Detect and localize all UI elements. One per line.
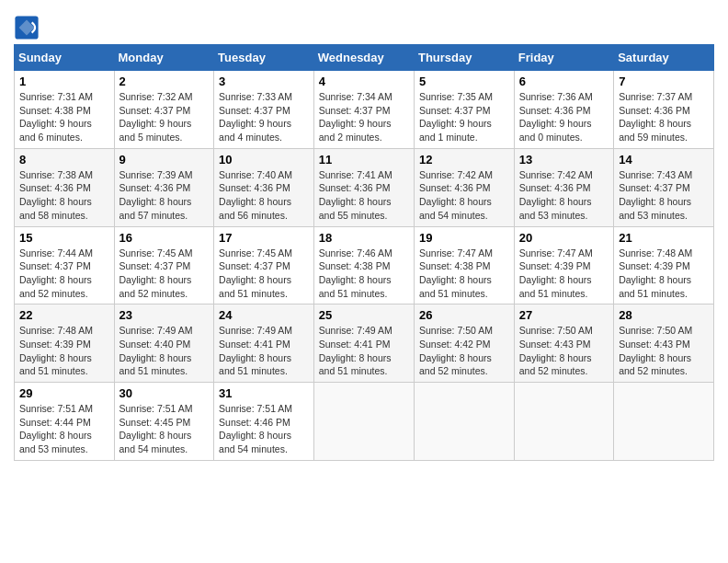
day-number: 11	[319, 153, 409, 167]
day-cell: 16 Sunrise: 7:45 AMSunset: 4:37 PMDaylig…	[114, 226, 214, 304]
day-number: 6	[519, 75, 609, 88]
day-cell: 20 Sunrise: 7:47 AMSunset: 4:39 PMDaylig…	[514, 226, 613, 304]
day-cell: 5 Sunrise: 7:35 AMSunset: 4:37 PMDayligh…	[414, 71, 514, 149]
day-info: Sunrise: 7:42 AMSunset: 4:36 PMDaylight:…	[419, 169, 493, 221]
day-number: 20	[519, 231, 609, 245]
day-cell: 9 Sunrise: 7:39 AMSunset: 4:36 PMDayligh…	[114, 148, 214, 226]
day-number: 14	[619, 153, 709, 167]
day-info: Sunrise: 7:41 AMSunset: 4:36 PMDaylight:…	[319, 169, 392, 221]
week-row-4: 22 Sunrise: 7:48 AMSunset: 4:39 PMDaylig…	[15, 304, 714, 383]
day-cell: 4 Sunrise: 7:34 AMSunset: 4:37 PMDayligh…	[313, 71, 414, 149]
week-row-2: 8 Sunrise: 7:38 AMSunset: 4:36 PMDayligh…	[15, 148, 714, 226]
day-number: 4	[319, 75, 409, 88]
day-cell: 30 Sunrise: 7:51 AMSunset: 4:45 PMDaylig…	[114, 383, 214, 461]
day-number: 16	[119, 231, 210, 245]
day-number: 18	[319, 231, 409, 245]
day-info: Sunrise: 7:51 AMSunset: 4:46 PMDaylight:…	[219, 403, 292, 454]
day-number: 24	[219, 308, 309, 322]
day-cell: 3 Sunrise: 7:33 AMSunset: 4:37 PMDayligh…	[214, 71, 314, 149]
day-cell: 17 Sunrise: 7:45 AMSunset: 4:37 PMDaylig…	[214, 226, 314, 304]
day-cell: 22 Sunrise: 7:48 AMSunset: 4:39 PMDaylig…	[15, 304, 115, 383]
day-info: Sunrise: 7:50 AMSunset: 4:43 PMDaylight:…	[519, 325, 593, 376]
day-info: Sunrise: 7:45 AMSunset: 4:37 PMDaylight:…	[119, 247, 193, 299]
day-info: Sunrise: 7:40 AMSunset: 4:36 PMDaylight:…	[219, 169, 292, 221]
day-number: 23	[119, 308, 210, 322]
day-info: Sunrise: 7:47 AMSunset: 4:38 PMDaylight:…	[419, 247, 493, 299]
day-cell: 29 Sunrise: 7:51 AMSunset: 4:44 PMDaylig…	[15, 383, 115, 461]
day-info: Sunrise: 7:33 AMSunset: 4:37 PMDaylight:…	[219, 91, 292, 143]
day-cell	[414, 383, 514, 461]
day-cell: 25 Sunrise: 7:49 AMSunset: 4:41 PMDaylig…	[313, 304, 414, 383]
day-info: Sunrise: 7:51 AMSunset: 4:45 PMDaylight:…	[119, 403, 193, 454]
day-number: 30	[119, 386, 210, 400]
day-cell: 21 Sunrise: 7:48 AMSunset: 4:39 PMDaylig…	[614, 226, 714, 304]
day-info: Sunrise: 7:51 AMSunset: 4:44 PMDaylight:…	[19, 403, 93, 454]
week-row-3: 15 Sunrise: 7:44 AMSunset: 4:37 PMDaylig…	[15, 226, 714, 304]
day-number: 10	[219, 153, 309, 167]
day-info: Sunrise: 7:31 AMSunset: 4:38 PMDaylight:…	[19, 91, 93, 143]
day-info: Sunrise: 7:49 AMSunset: 4:41 PMDaylight:…	[219, 325, 292, 376]
day-cell: 27 Sunrise: 7:50 AMSunset: 4:43 PMDaylig…	[514, 304, 613, 383]
col-header-friday: Friday	[514, 45, 613, 71]
day-info: Sunrise: 7:44 AMSunset: 4:37 PMDaylight:…	[19, 247, 93, 299]
day-info: Sunrise: 7:45 AMSunset: 4:37 PMDaylight:…	[219, 247, 292, 299]
day-cell: 2 Sunrise: 7:32 AMSunset: 4:37 PMDayligh…	[114, 71, 214, 149]
day-number: 12	[419, 153, 509, 167]
week-row-1: 1 Sunrise: 7:31 AMSunset: 4:38 PMDayligh…	[15, 71, 714, 149]
day-number: 25	[319, 308, 409, 322]
day-info: Sunrise: 7:48 AMSunset: 4:39 PMDaylight:…	[19, 325, 93, 376]
day-cell: 31 Sunrise: 7:51 AMSunset: 4:46 PMDaylig…	[214, 383, 314, 461]
day-cell: 6 Sunrise: 7:36 AMSunset: 4:36 PMDayligh…	[514, 71, 613, 149]
day-cell: 15 Sunrise: 7:44 AMSunset: 4:37 PMDaylig…	[15, 226, 115, 304]
day-info: Sunrise: 7:32 AMSunset: 4:37 PMDaylight:…	[119, 91, 193, 143]
day-number: 8	[19, 153, 109, 167]
day-cell: 13 Sunrise: 7:42 AMSunset: 4:36 PMDaylig…	[514, 148, 613, 226]
day-number: 28	[619, 308, 709, 322]
header	[14, 9, 714, 40]
day-number: 26	[419, 308, 509, 322]
day-number: 22	[19, 308, 109, 322]
day-cell: 11 Sunrise: 7:41 AMSunset: 4:36 PMDaylig…	[313, 148, 414, 226]
col-header-thursday: Thursday	[414, 45, 514, 71]
day-info: Sunrise: 7:50 AMSunset: 4:43 PMDaylight:…	[619, 325, 692, 376]
day-cell: 10 Sunrise: 7:40 AMSunset: 4:36 PMDaylig…	[214, 148, 314, 226]
day-cell: 23 Sunrise: 7:49 AMSunset: 4:40 PMDaylig…	[114, 304, 214, 383]
day-info: Sunrise: 7:36 AMSunset: 4:36 PMDaylight:…	[519, 91, 593, 143]
day-cell: 12 Sunrise: 7:42 AMSunset: 4:36 PMDaylig…	[414, 148, 514, 226]
day-cell: 24 Sunrise: 7:49 AMSunset: 4:41 PMDaylig…	[214, 304, 314, 383]
day-number: 13	[519, 153, 609, 167]
day-number: 17	[219, 231, 309, 245]
day-cell: 19 Sunrise: 7:47 AMSunset: 4:38 PMDaylig…	[414, 226, 514, 304]
day-info: Sunrise: 7:42 AMSunset: 4:36 PMDaylight:…	[519, 169, 593, 221]
day-number: 19	[419, 231, 509, 245]
day-cell: 14 Sunrise: 7:43 AMSunset: 4:37 PMDaylig…	[614, 148, 714, 226]
col-header-tuesday: Tuesday	[214, 45, 314, 71]
day-number: 2	[119, 75, 210, 88]
day-number: 5	[419, 75, 509, 88]
col-header-sunday: Sunday	[15, 45, 115, 71]
day-cell	[514, 383, 613, 461]
day-info: Sunrise: 7:46 AMSunset: 4:38 PMDaylight:…	[319, 247, 392, 299]
header-row: SundayMondayTuesdayWednesdayThursdayFrid…	[15, 45, 714, 71]
day-number: 21	[619, 231, 709, 245]
day-number: 31	[219, 386, 309, 400]
day-number: 3	[219, 75, 309, 88]
day-cell: 7 Sunrise: 7:37 AMSunset: 4:36 PMDayligh…	[614, 71, 714, 149]
day-number: 29	[19, 386, 109, 400]
day-info: Sunrise: 7:49 AMSunset: 4:41 PMDaylight:…	[319, 325, 392, 376]
day-info: Sunrise: 7:39 AMSunset: 4:36 PMDaylight:…	[119, 169, 193, 221]
day-cell: 18 Sunrise: 7:46 AMSunset: 4:38 PMDaylig…	[313, 226, 414, 304]
day-info: Sunrise: 7:37 AMSunset: 4:36 PMDaylight:…	[619, 91, 692, 143]
day-info: Sunrise: 7:38 AMSunset: 4:36 PMDaylight:…	[19, 169, 93, 221]
day-info: Sunrise: 7:34 AMSunset: 4:37 PMDaylight:…	[319, 91, 392, 143]
logo-icon	[14, 15, 40, 40]
logo	[14, 9, 43, 40]
day-info: Sunrise: 7:50 AMSunset: 4:42 PMDaylight:…	[419, 325, 493, 376]
week-row-5: 29 Sunrise: 7:51 AMSunset: 4:44 PMDaylig…	[15, 383, 714, 461]
day-number: 9	[119, 153, 210, 167]
day-info: Sunrise: 7:47 AMSunset: 4:39 PMDaylight:…	[519, 247, 593, 299]
day-number: 15	[19, 231, 109, 245]
day-number: 27	[519, 308, 609, 322]
day-cell	[313, 383, 414, 461]
col-header-wednesday: Wednesday	[313, 45, 414, 71]
